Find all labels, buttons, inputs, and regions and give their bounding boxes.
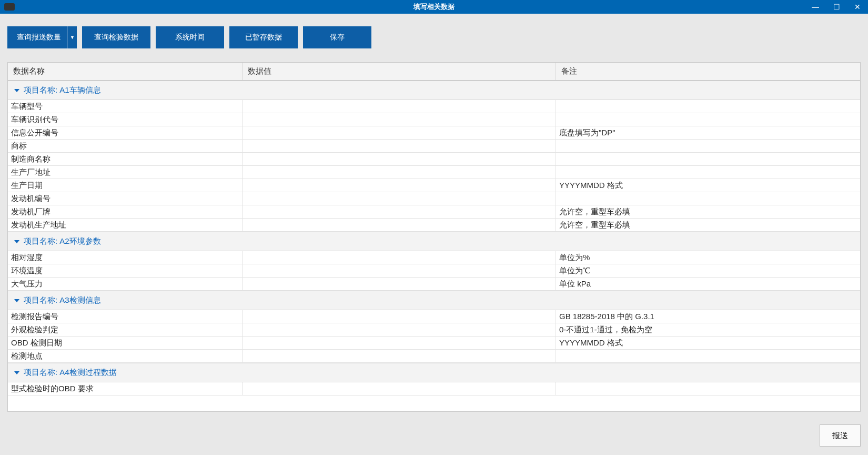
cell-value[interactable]: [243, 126, 556, 139]
cell-remark: [556, 382, 860, 395]
table-row[interactable]: 型式检验时的OBD 要求: [8, 382, 860, 395]
cell-name: 发动机编号: [8, 192, 243, 205]
chevron-down-icon: [14, 240, 19, 243]
table-row[interactable]: 检测地点: [8, 350, 860, 363]
table-row[interactable]: 检测报告编号GB 18285-2018 中的 G.3.1: [8, 310, 860, 323]
cell-name: 外观检验判定: [8, 323, 243, 336]
minimize-button[interactable]: —: [805, 0, 826, 14]
chevron-down-icon[interactable]: ▼: [67, 26, 77, 48]
cell-value[interactable]: [243, 113, 556, 126]
table-row[interactable]: 商标: [8, 140, 860, 153]
cell-name: 发动机生产地址: [8, 219, 243, 231]
group-label: 项目名称: A2环境参数: [24, 236, 101, 246]
cell-value[interactable]: [243, 337, 556, 349]
table-row[interactable]: 相对湿度单位为%: [8, 251, 860, 264]
cell-remark: 允许空，重型车必填: [556, 205, 860, 218]
window-title: 填写相关数据: [413, 2, 455, 12]
cell-value[interactable]: [243, 323, 556, 336]
cell-name: 型式检验时的OBD 要求: [8, 382, 243, 395]
cell-value[interactable]: [243, 100, 556, 113]
titlebar: 填写相关数据 — ☐ ✕: [0, 0, 868, 14]
save-button[interactable]: 保存: [303, 26, 371, 48]
temp-saved-data-button[interactable]: 已暂存数据: [229, 26, 298, 48]
group-label: 项目名称: A3检测信息: [24, 295, 101, 305]
cell-value[interactable]: [243, 310, 556, 323]
cell-remark: [556, 140, 860, 152]
cell-value[interactable]: [243, 205, 556, 218]
footer: 报送: [0, 419, 868, 455]
cell-remark: 底盘填写为"DP": [556, 126, 860, 139]
app-icon: [4, 3, 15, 11]
button-label: 已暂存数据: [245, 33, 282, 42]
cell-value[interactable]: [243, 278, 556, 290]
cell-name: 车辆识别代号: [8, 113, 243, 126]
table-row[interactable]: 环境温度单位为℃: [8, 264, 860, 278]
group-label: 项目名称: A4检测过程数据: [24, 368, 117, 378]
table-row[interactable]: 制造商名称: [8, 153, 860, 166]
cell-remark: [556, 153, 860, 165]
cell-value[interactable]: [243, 192, 556, 205]
toolbar: 查询报送数量 ▼ 查询检验数据 系统时间 已暂存数据 保存: [0, 14, 868, 55]
cell-name: 生产厂地址: [8, 166, 243, 179]
cell-remark: 允许空，重型车必填: [556, 219, 860, 231]
column-header-value[interactable]: 数据值: [243, 63, 556, 80]
cell-remark: [556, 192, 860, 205]
close-button[interactable]: ✕: [847, 0, 868, 14]
table-row[interactable]: 发动机厂牌允许空，重型车必填: [8, 205, 860, 219]
table-row[interactable]: 发动机生产地址允许空，重型车必填: [8, 219, 860, 232]
cell-value[interactable]: [243, 219, 556, 231]
cell-name: 大气压力: [8, 278, 243, 290]
button-label: 报送: [832, 431, 848, 440]
column-header-remark[interactable]: 备注: [556, 63, 860, 80]
cell-remark: [556, 100, 860, 113]
cell-remark: YYYYMMDD 格式: [556, 337, 860, 349]
cell-value[interactable]: [243, 140, 556, 152]
cell-name: 检测地点: [8, 350, 243, 362]
cell-name: 相对湿度: [8, 251, 243, 264]
button-label: 保存: [330, 33, 345, 42]
query-send-count-button[interactable]: 查询报送数量 ▼: [7, 26, 77, 48]
table-row[interactable]: OBD 检测日期YYYYMMDD 格式: [8, 337, 860, 350]
submit-button[interactable]: 报送: [820, 424, 861, 447]
content: 数据名称 数据值 备注 项目名称: A1车辆信息车辆型号车辆识别代号信息公开编号…: [0, 55, 868, 419]
cell-value[interactable]: [243, 350, 556, 362]
cell-value[interactable]: [243, 153, 556, 165]
table-row[interactable]: 生产日期YYYYMMDD 格式: [8, 179, 860, 192]
chevron-down-icon: [14, 371, 19, 374]
data-grid: 数据名称 数据值 备注 项目名称: A1车辆信息车辆型号车辆识别代号信息公开编号…: [7, 62, 861, 412]
cell-name: 制造商名称: [8, 153, 243, 165]
chevron-down-icon: [14, 299, 19, 302]
table-row[interactable]: 大气压力单位 kPa: [8, 278, 860, 291]
group-row-A2[interactable]: 项目名称: A2环境参数: [8, 232, 860, 251]
system-time-button[interactable]: 系统时间: [156, 26, 224, 48]
button-label: 系统时间: [175, 33, 205, 42]
table-row[interactable]: 发动机编号: [8, 192, 860, 205]
table-row[interactable]: 车辆型号: [8, 100, 860, 113]
group-label: 项目名称: A1车辆信息: [24, 85, 101, 95]
cell-remark: 单位 kPa: [556, 278, 860, 290]
cell-value[interactable]: [243, 166, 556, 179]
window-controls: — ☐ ✕: [805, 0, 868, 14]
table-row[interactable]: 生产厂地址: [8, 166, 860, 179]
cell-value[interactable]: [243, 382, 556, 395]
column-header-name[interactable]: 数据名称: [8, 63, 243, 80]
group-row-A1[interactable]: 项目名称: A1车辆信息: [8, 81, 860, 100]
cell-value[interactable]: [243, 251, 556, 264]
cell-remark: YYYYMMDD 格式: [556, 179, 860, 192]
cell-remark: 单位为℃: [556, 264, 860, 277]
table-row[interactable]: 外观检验判定0-不通过1-通过，免检为空: [8, 323, 860, 337]
cell-name: 生产日期: [8, 179, 243, 192]
cell-value[interactable]: [243, 179, 556, 192]
table-row[interactable]: 车辆识别代号: [8, 113, 860, 126]
grid-body[interactable]: 项目名称: A1车辆信息车辆型号车辆识别代号信息公开编号底盘填写为"DP"商标制…: [8, 81, 860, 411]
cell-name: 信息公开编号: [8, 126, 243, 139]
maximize-button[interactable]: ☐: [826, 0, 847, 14]
cell-name: 环境温度: [8, 264, 243, 277]
cell-name: 发动机厂牌: [8, 205, 243, 218]
group-row-A3[interactable]: 项目名称: A3检测信息: [8, 291, 860, 310]
table-row[interactable]: 信息公开编号底盘填写为"DP": [8, 126, 860, 140]
cell-value[interactable]: [243, 264, 556, 277]
cell-remark: [556, 113, 860, 126]
group-row-A4[interactable]: 项目名称: A4检测过程数据: [8, 363, 860, 382]
query-inspect-data-button[interactable]: 查询检验数据: [82, 26, 150, 48]
